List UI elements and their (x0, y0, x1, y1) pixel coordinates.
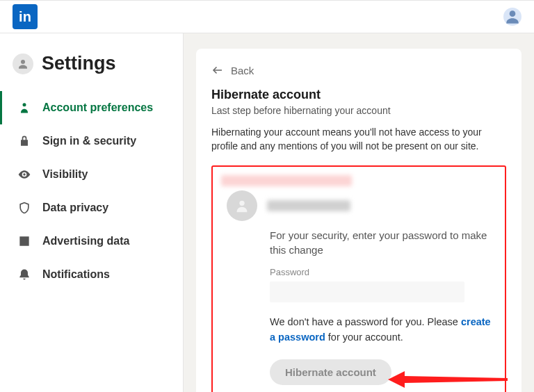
sidebar-item-label: Advertising data (42, 235, 129, 247)
sidebar-item-label: Account preferences (42, 101, 153, 114)
sidebar-item-label: Visibility (42, 168, 88, 181)
svg-point-1 (21, 60, 25, 64)
user-avatar (227, 190, 257, 221)
page-description: Hibernating your account means you'll no… (211, 126, 506, 153)
eye-icon (17, 168, 31, 181)
person-icon (234, 198, 250, 213)
settings-title: Settings (42, 53, 116, 74)
password-label: Password (270, 267, 491, 277)
person-icon (17, 101, 31, 115)
highlighted-box: For your security, enter your password t… (211, 165, 506, 392)
shield-icon (17, 201, 31, 215)
sidebar-item-account-preferences[interactable]: Account preferences (0, 91, 183, 124)
linkedin-logo[interactable]: in (13, 4, 38, 29)
no-password-post: for your account. (325, 332, 403, 343)
person-icon (17, 58, 29, 70)
sidebar-item-label: Data privacy (42, 202, 108, 214)
no-password-pre: We don't have a password for you. Please (270, 316, 461, 327)
sidebar-item-notifications[interactable]: Notifications (0, 258, 183, 291)
sidebar-item-label: Sign in & security (42, 135, 136, 147)
redacted-user-name (267, 200, 350, 211)
svg-point-2 (23, 103, 26, 106)
settings-card: Back Hibernate account Last step before … (196, 49, 521, 392)
redacted-bar (221, 175, 352, 186)
sidebar-item-data-privacy[interactable]: Data privacy (0, 191, 183, 224)
page-title: Hibernate account (211, 88, 506, 102)
bell-icon (17, 268, 31, 281)
back-label: Back (231, 65, 254, 76)
arrow-left-icon (211, 64, 224, 76)
sidebar-item-advertising-data[interactable]: Advertising data (0, 224, 183, 258)
svg-marker-5 (388, 371, 508, 388)
topbar: in (0, 0, 534, 33)
sidebar-item-sign-in-security[interactable]: Sign in & security (0, 124, 183, 158)
profile-avatar[interactable] (503, 8, 521, 26)
sidebar-header: Settings (0, 53, 183, 91)
svg-point-4 (239, 201, 244, 206)
sidebar: Settings Account preferences Sign in & s… (0, 33, 184, 392)
annotation-arrow-icon (384, 366, 509, 392)
page-subtitle: Last step before hibernating your accoun… (211, 105, 506, 116)
security-text: For your security, enter your password t… (270, 228, 491, 257)
document-icon (17, 234, 31, 248)
user-row (227, 190, 491, 221)
lock-icon (17, 134, 31, 148)
back-button[interactable]: Back (211, 64, 254, 76)
sidebar-avatar (13, 54, 33, 74)
svg-point-0 (510, 10, 516, 17)
no-password-message: We don't have a password for you. Please… (270, 315, 491, 345)
sidebar-item-label: Notifications (42, 268, 110, 281)
sidebar-item-visibility[interactable]: Visibility (0, 158, 183, 191)
hibernate-account-button[interactable]: Hibernate account (270, 359, 391, 385)
person-icon (503, 8, 521, 26)
password-input[interactable] (270, 281, 464, 302)
main-content: Back Hibernate account Last step before … (184, 33, 534, 392)
